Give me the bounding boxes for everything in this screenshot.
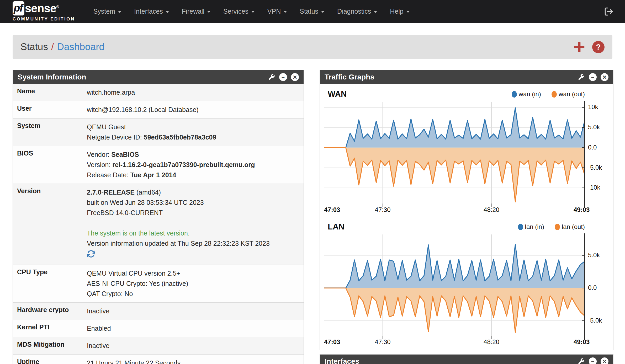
y-tick-label: -5.0k [588,317,602,324]
system-information-header: System Information − ✕ [13,70,304,84]
chevron-down-icon [406,11,410,13]
legend-label: lan (out) [562,223,585,231]
legend-item: wan (out) [552,90,585,98]
value-text: witch@192.168.10.2 (Local Database) [87,106,199,113]
nav-item-diagnostics[interactable]: Diagnostics [331,5,384,18]
nav-menu: System Interfaces Firewall Services VPN … [87,5,416,18]
minimize-icon[interactable]: − [279,73,287,81]
value-text: (amd64) [135,189,161,196]
legend-dot [555,224,560,230]
system-info-table-body: Namewitch.home.arpaUserwitch@192.168.10.… [13,84,304,364]
row-label: Name [13,84,86,101]
wrench-icon[interactable] [578,358,585,364]
chart-title-wan: WAN [328,89,347,99]
legend-label: wan (in) [519,90,541,98]
value-text: Version information updated at Thu Sep 2… [87,240,270,247]
nav-item-interfaces[interactable]: Interfaces [128,5,176,18]
y-tick-label: 5.0k [588,251,600,259]
lan-x-axis-labels: 47:0347:3048:2049:03 [324,336,585,347]
table-row: Version2.7.0-RELEASE (amd64)built on Wed… [13,184,304,265]
nav-item-status[interactable]: Status [293,5,331,18]
row-value: 2.7.0-RELEASE (amd64)built on Wed Jun 28… [86,184,304,265]
legend-dot [518,224,523,230]
nav-item-help[interactable]: Help [384,5,416,18]
breadcrumb: Status / Dashboard ? [13,35,612,59]
legend-item: wan (in) [512,90,541,98]
wan-y-axis-labels: 10k5.0k0.0-5.0k-10k [585,102,609,204]
pfsense-logo-sense: sense® [25,2,59,15]
value-text: SeaBIOS [111,151,139,158]
interfaces-header: Interfaces − ✕ [320,355,613,364]
nav-item-vpn[interactable]: VPN [261,5,293,18]
row-label: BIOS [13,146,86,184]
panel-title: Interfaces [325,357,359,364]
value-text: Vendor: [87,151,111,158]
row-label: Kernel PTI [13,320,86,337]
navbar: pf sense® COMMUNITY EDITION System Inter… [0,0,625,23]
y-tick-label: 0.0 [588,144,597,151]
value-text: QEMU Guest [87,123,126,131]
x-tick-label: 47:03 [324,338,340,346]
value-text: FreeBSD 14.0-CURRENT [87,209,163,216]
minimize-icon[interactable]: − [589,357,597,364]
interfaces-panel: Interfaces − ✕ [320,354,613,364]
chevron-down-icon [283,11,287,13]
row-value: Vendor: SeaBIOSVersion: rel-1.16.2-0-gea… [86,146,304,184]
pfsense-logo[interactable]: pf sense® COMMUNITY EDITION [13,1,75,22]
row-value: QEMU GuestNetgate Device ID: 59ed63a5fb0… [86,119,304,146]
x-tick-label: 48:20 [484,338,499,346]
wan-x-axis-labels: 47:0347:3048:2049:03 [324,204,585,215]
value-text: Version: [87,161,112,168]
x-tick-label: 47:30 [375,338,391,346]
help-icon[interactable]: ? [592,41,605,53]
pfsense-logo-pf: pf [13,1,24,15]
breadcrumb-separator: / [51,41,54,52]
traffic-chart-svg [324,102,585,204]
wrench-icon[interactable] [268,73,275,81]
y-tick-label: -10k [588,184,600,191]
chevron-down-icon [207,11,211,13]
chevron-down-icon [251,11,255,13]
value-text: Inactive [87,342,109,349]
y-tick-label: -5.0k [588,164,602,171]
dashboard-main: System Information − ✕ Namewitch.home.ar… [13,70,612,364]
add-widget-icon[interactable] [573,41,585,53]
row-value: Inactive [86,303,304,320]
panel-title: System Information [18,73,86,81]
legend-dot [512,91,517,98]
nav-item-firewall[interactable]: Firewall [176,5,217,18]
minimize-icon[interactable]: − [589,73,597,81]
row-value: witch.home.arpa [86,84,304,101]
y-tick-label: 5.0k [588,124,600,131]
refresh-icon[interactable] [87,250,95,258]
table-row: Kernel PTIEnabled [13,320,304,337]
value-text: Inactive [87,307,109,315]
x-tick-label: 49:03 [574,338,590,346]
wan-legend: wan (in)wan (out) [512,90,585,98]
table-row: SystemQEMU GuestNetgate Device ID: 59ed6… [13,119,304,146]
row-value: QEMU Virtual CPU version 2.5+AES-NI CPU … [86,265,304,303]
close-icon[interactable]: ✕ [601,73,608,81]
x-tick-label: 47:03 [324,206,340,213]
table-row: Namewitch.home.arpa [13,84,304,101]
nav-item-system[interactable]: System [87,5,128,18]
table-row: Uptime21 Hours 21 Minute 22 Seconds [13,355,304,364]
sign-out-icon[interactable] [604,7,613,16]
close-icon[interactable]: ✕ [601,357,608,364]
legend-label: wan (out) [559,90,585,98]
y-tick-label: 10k [588,103,598,111]
breadcrumb-page[interactable]: Dashboard [57,41,104,52]
wan-plot [324,102,585,204]
row-label: Version [13,184,86,265]
value-text: AES-NI CPU Crypto: Yes (inactive) [87,280,188,287]
wrench-icon[interactable] [578,73,585,81]
legend-item: lan (in) [518,223,544,231]
table-row: MDS MitigationInactive [13,337,304,355]
nav-item-services[interactable]: Services [217,5,261,18]
row-value: Enabled [86,320,304,337]
close-icon[interactable]: ✕ [291,73,299,81]
system-information-panel: System Information − ✕ Namewitch.home.ar… [13,70,304,364]
traffic-graphs-header: Traffic Graphs − ✕ [320,70,613,84]
traffic-chart-svg [324,234,585,336]
chevron-down-icon [166,11,169,13]
